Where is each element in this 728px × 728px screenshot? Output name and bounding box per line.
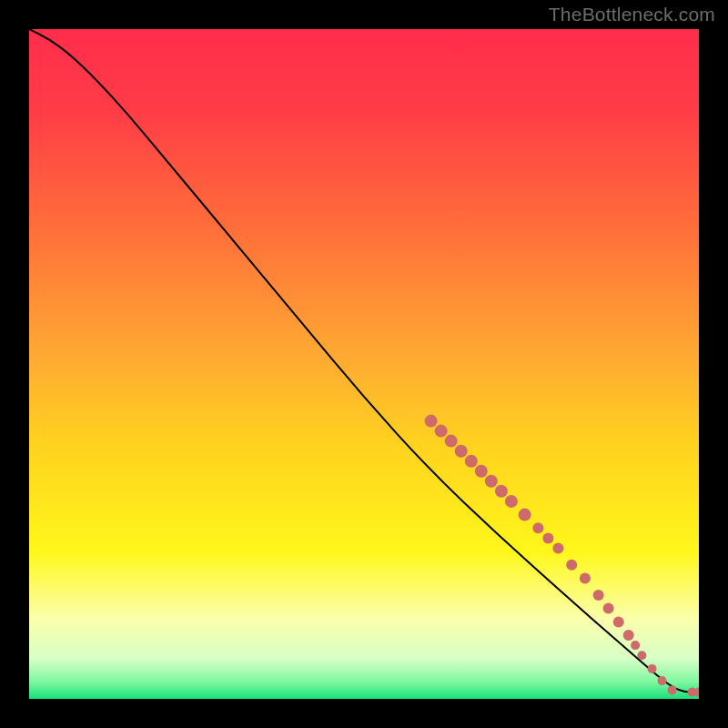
data-marker xyxy=(495,485,508,498)
data-marker xyxy=(566,560,577,571)
data-marker xyxy=(580,573,591,584)
data-marker xyxy=(631,641,640,650)
data-marker xyxy=(637,651,646,660)
data-marker xyxy=(532,522,543,533)
chart-container: TheBottleneck.com xyxy=(0,0,728,728)
data-marker xyxy=(542,532,553,543)
data-marker xyxy=(593,590,604,601)
watermark-text: TheBottleneck.com xyxy=(549,4,715,25)
data-marker xyxy=(613,616,624,627)
plot-area xyxy=(29,29,699,699)
data-marker xyxy=(435,425,448,438)
chart-svg xyxy=(29,29,699,699)
data-marker xyxy=(603,603,614,614)
data-marker xyxy=(425,415,438,428)
data-marker xyxy=(455,445,468,458)
data-marker xyxy=(475,465,488,478)
data-marker xyxy=(465,455,478,468)
data-marker xyxy=(445,435,458,448)
data-marker xyxy=(505,495,518,508)
data-marker xyxy=(648,664,657,673)
data-marker xyxy=(519,509,531,521)
data-marker xyxy=(552,542,563,553)
data-marker xyxy=(668,685,677,694)
data-marker xyxy=(623,630,634,641)
data-marker xyxy=(485,475,498,488)
data-marker xyxy=(658,676,667,685)
